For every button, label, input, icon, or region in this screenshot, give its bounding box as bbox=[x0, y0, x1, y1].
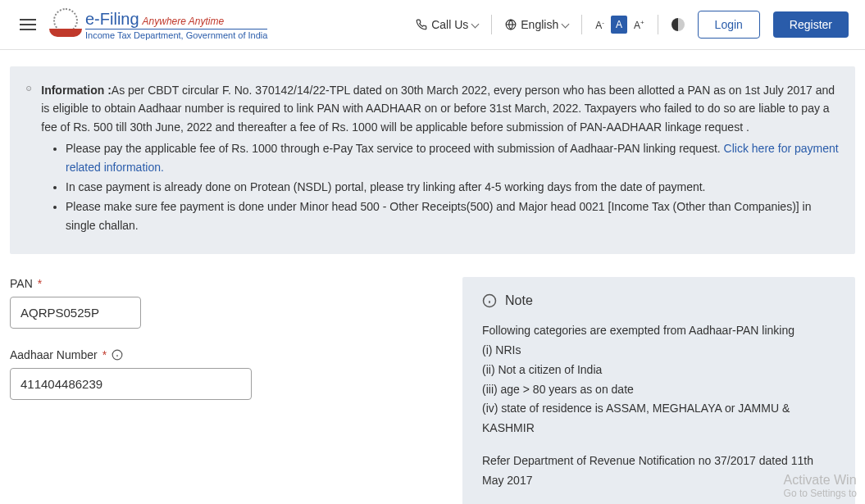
note-item: (ii) Not a citizen of India bbox=[482, 361, 835, 380]
brand-text: e-Filing Anywhere Anytime Income Tax Dep… bbox=[85, 10, 267, 40]
info-icon[interactable] bbox=[112, 349, 123, 361]
note-item: (i) NRIs bbox=[482, 341, 835, 361]
header-left: e-Filing Anywhere Anytime Income Tax Dep… bbox=[16, 8, 267, 41]
aadhaar-label-row: Aadhaar Number * bbox=[10, 348, 420, 361]
info-list: Please pay the applicable fee of Rs. 100… bbox=[66, 139, 839, 234]
note-intro: Following categories are exempted from A… bbox=[482, 321, 835, 341]
chevron-down-icon bbox=[471, 20, 480, 28]
font-increase-button[interactable]: A+ bbox=[634, 19, 644, 31]
info-main-text: Information :As per CBDT circular F. No.… bbox=[41, 81, 839, 136]
info-list-item: Please make sure fee payment is done und… bbox=[66, 198, 839, 234]
brand-tag: Anywhere Anytime bbox=[143, 16, 225, 27]
form-area: PAN * Aadhaar Number * Note Followin bbox=[10, 277, 855, 504]
aadhaar-input[interactable] bbox=[10, 368, 252, 400]
login-button[interactable]: Login bbox=[698, 11, 760, 39]
info-label: Information : bbox=[41, 84, 112, 97]
brand-main: e-Filing bbox=[85, 10, 139, 29]
emblem-icon bbox=[49, 8, 82, 41]
pan-label: PAN bbox=[10, 277, 33, 290]
required-indicator: * bbox=[38, 277, 42, 290]
register-button[interactable]: Register bbox=[773, 11, 849, 38]
main-container: Information :As per CBDT circular F. No.… bbox=[0, 66, 865, 504]
language-label: English bbox=[521, 18, 558, 31]
info-list-item: In case payment is already done on Prote… bbox=[66, 178, 839, 196]
note-item: (iii) age > 80 years as on date bbox=[482, 380, 835, 400]
call-us-dropdown[interactable]: Call Us bbox=[416, 18, 478, 31]
chevron-down-icon bbox=[562, 20, 570, 28]
logo-area[interactable]: e-Filing Anywhere Anytime Income Tax Dep… bbox=[49, 8, 267, 41]
info-body: As per CBDT circular F. No. 370142/14/22… bbox=[41, 84, 835, 134]
info-icon bbox=[482, 293, 497, 308]
font-decrease-button[interactable]: A- bbox=[595, 19, 604, 31]
divider bbox=[491, 15, 492, 34]
language-dropdown[interactable]: English bbox=[505, 18, 568, 31]
contrast-toggle-icon[interactable] bbox=[672, 18, 685, 31]
divider bbox=[581, 15, 582, 34]
note-box: Note Following categories are exempted f… bbox=[462, 277, 855, 504]
globe-icon bbox=[505, 19, 517, 30]
pan-group: PAN * bbox=[10, 277, 420, 329]
info-icon bbox=[26, 81, 31, 96]
brand-sub: Income Tax Department, Government of Ind… bbox=[85, 29, 267, 40]
note-footer: Refer Department of Revenue Notification… bbox=[482, 452, 835, 491]
note-header: Note bbox=[482, 293, 835, 308]
info-list-item: Please pay the applicable fee of Rs. 100… bbox=[66, 139, 839, 176]
aadhaar-label: Aadhaar Number bbox=[10, 348, 98, 361]
info-banner: Information :As per CBDT circular F. No.… bbox=[10, 66, 855, 254]
note-title: Note bbox=[505, 293, 533, 308]
form-left: PAN * Aadhaar Number * bbox=[10, 277, 420, 420]
font-controls: A- A A+ bbox=[595, 16, 644, 34]
required-indicator: * bbox=[102, 348, 107, 361]
pan-input[interactable] bbox=[10, 297, 141, 329]
app-header: e-Filing Anywhere Anytime Income Tax Dep… bbox=[0, 0, 865, 50]
note-item: (iv) state of residence is ASSAM, MEGHAL… bbox=[482, 399, 835, 438]
font-normal-button[interactable]: A bbox=[611, 16, 627, 34]
call-us-label: Call Us bbox=[431, 18, 468, 31]
pan-label-row: PAN * bbox=[10, 277, 420, 290]
menu-icon[interactable] bbox=[16, 16, 39, 34]
aadhaar-group: Aadhaar Number * bbox=[10, 348, 420, 400]
divider bbox=[658, 15, 658, 34]
note-body: Following categories are exempted from A… bbox=[482, 321, 835, 490]
header-right: Call Us English A- A A+ Login Register bbox=[416, 11, 849, 39]
phone-icon bbox=[416, 19, 427, 30]
